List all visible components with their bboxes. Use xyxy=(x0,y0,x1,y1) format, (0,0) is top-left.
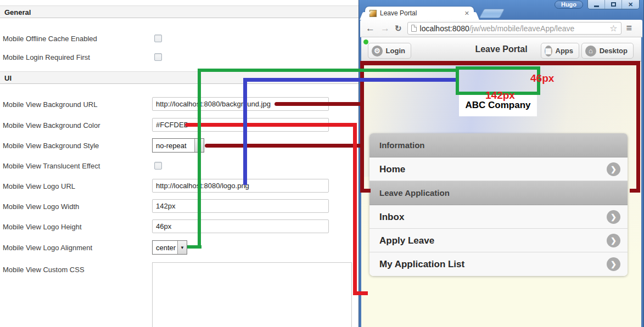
dropdown-arrow-icon: ▼ xyxy=(177,241,187,254)
forward-icon[interactable]: → xyxy=(380,23,390,34)
chevron-right-icon: ❯ xyxy=(607,257,620,271)
minimize-icon xyxy=(594,5,599,7)
annotation-line-logo-url-h xyxy=(243,78,459,82)
background-style-select[interactable]: no-repeat ▼ xyxy=(152,138,204,153)
field-label: Mobile View Custom CSS xyxy=(3,266,85,274)
favicon-icon xyxy=(369,10,377,17)
field-label: Mobile Offline Cache Enabled xyxy=(3,35,97,43)
field-label: Mobile View Logo URL xyxy=(3,182,75,190)
selected-value: no-repeat xyxy=(153,139,194,152)
annotation-line-background-color-v xyxy=(353,123,357,295)
list-item-apply-leave[interactable]: Apply Leave ❯ xyxy=(369,229,628,252)
mobile-app-header: ⚙ Login Leave Portal ▦ Apps ⌂ Desktop xyxy=(361,38,641,61)
list-item-home[interactable]: Home ❯ xyxy=(369,157,628,181)
browser-profile-button[interactable]: Hugo xyxy=(555,1,583,9)
apps-button[interactable]: ▦ Apps xyxy=(541,43,579,59)
screenshot-root: General Mobile Offline Cache Enabled Mob… xyxy=(0,0,644,327)
maximize-button[interactable] xyxy=(605,0,622,9)
chevron-right-icon: ❯ xyxy=(607,162,620,176)
field-label: Mobile View Logo Width xyxy=(3,202,79,211)
field-label: Mobile View Logo Alignment xyxy=(3,244,92,252)
url-host: localhost:8080 xyxy=(420,24,469,33)
logo-width-input[interactable] xyxy=(152,199,329,213)
close-icon: ✕ xyxy=(628,2,633,8)
menu-icon[interactable]: ≡ xyxy=(626,22,632,34)
close-window-button[interactable]: ✕ xyxy=(622,0,639,9)
offline-cache-checkbox[interactable] xyxy=(154,35,162,42)
annotation-logo-width-label: 142px xyxy=(485,89,515,102)
list-item-my-application-list[interactable]: My Application List ❯ xyxy=(369,252,628,276)
address-bar[interactable]: localhost:8080 /jw/web/mobile/leaveApp/l… xyxy=(407,22,621,35)
mobile-page-title: Leave Portal xyxy=(446,44,556,54)
maximize-icon xyxy=(611,2,616,7)
annotation-darkred-frame-top xyxy=(360,61,640,65)
selected-value: center xyxy=(153,241,177,254)
gear-icon: ⚙ xyxy=(372,46,383,57)
field-label: Mobile Login Required First xyxy=(3,53,90,61)
back-icon[interactable]: ← xyxy=(366,23,375,34)
mobile-menu-list: Information Home ❯ Leave Application Inb… xyxy=(369,133,628,276)
page-icon xyxy=(411,25,417,32)
login-button[interactable]: ⚙ Login xyxy=(368,43,411,59)
annotation-darkred-frame-right-hook xyxy=(630,189,640,193)
annotation-logo-height-label: 46px xyxy=(530,72,554,84)
annotation-darkred-frame-left-hook xyxy=(360,189,371,193)
list-group-header: Leave Application xyxy=(369,181,628,205)
annotation-line-logo-alignment-v xyxy=(198,69,201,249)
login-required-checkbox[interactable] xyxy=(154,53,162,61)
desktop-label: Desktop xyxy=(600,47,628,55)
field-label: Mobile View Translucent Effect xyxy=(3,162,100,170)
chevron-right-icon: ❯ xyxy=(607,210,620,224)
field-label: Mobile View Logo Height xyxy=(3,223,82,231)
login-label: Login xyxy=(386,47,405,55)
section-header-general: General xyxy=(0,5,359,18)
custom-css-textarea[interactable] xyxy=(152,262,352,327)
list-item-label: Home xyxy=(379,164,405,174)
annotation-line-logo-alignment-h xyxy=(198,69,457,72)
desktop-button[interactable]: ⌂ Desktop xyxy=(581,43,634,59)
list-item-label: Apply Leave xyxy=(379,235,434,246)
annotation-line-background-url xyxy=(275,102,364,106)
field-label: Mobile View Background Color xyxy=(3,121,100,129)
tab-title: Leave Portal xyxy=(380,9,462,17)
annotation-darkred-frame-right xyxy=(636,61,640,193)
apps-label: Apps xyxy=(556,47,574,55)
annotation-line-background-color-hook xyxy=(353,291,368,295)
browser-window: Hugo ✕ Leave Portal ✕ ← → ↻ localhost:80… xyxy=(359,0,644,327)
field-label: Mobile View Background Style xyxy=(3,142,99,150)
list-item-label: My Application List xyxy=(379,259,464,269)
annotation-line-logo-url-v xyxy=(243,78,247,185)
settings-panel: General Mobile Offline Cache Enabled Mob… xyxy=(0,0,359,327)
minimize-button[interactable] xyxy=(588,0,605,9)
list-item-label: Inbox xyxy=(379,212,404,222)
logo-alignment-select[interactable]: center ▼ xyxy=(152,240,187,255)
url-path: /jw/web/mobile/leaveApp/leave xyxy=(469,24,608,33)
chevron-right-icon: ❯ xyxy=(607,234,620,247)
grid-icon: ▦ xyxy=(545,46,552,57)
window-controls: ✕ xyxy=(587,0,640,9)
field-label: Mobile View Background URL xyxy=(3,100,97,109)
list-item-inbox[interactable]: Inbox ❯ xyxy=(369,205,628,229)
translucent-effect-checkbox[interactable] xyxy=(154,162,162,170)
reload-icon[interactable]: ↻ xyxy=(395,24,402,33)
browser-toolbar: ← → ↻ localhost:8080 /jw/web/mobile/leav… xyxy=(360,20,642,37)
logo-url-input[interactable] xyxy=(152,179,329,193)
annotation-line-background-style xyxy=(205,144,364,148)
annotation-line-background-color-h xyxy=(185,123,357,127)
home-icon: ⌂ xyxy=(585,46,596,57)
bookmark-star-icon[interactable]: ☆ xyxy=(609,23,617,33)
list-group-header: Information xyxy=(369,133,628,157)
tab-close-icon[interactable]: ✕ xyxy=(464,10,469,17)
browser-tab[interactable]: Leave Portal ✕ xyxy=(365,7,474,20)
new-tab-button[interactable] xyxy=(479,9,505,18)
logo-height-input[interactable] xyxy=(152,219,329,233)
